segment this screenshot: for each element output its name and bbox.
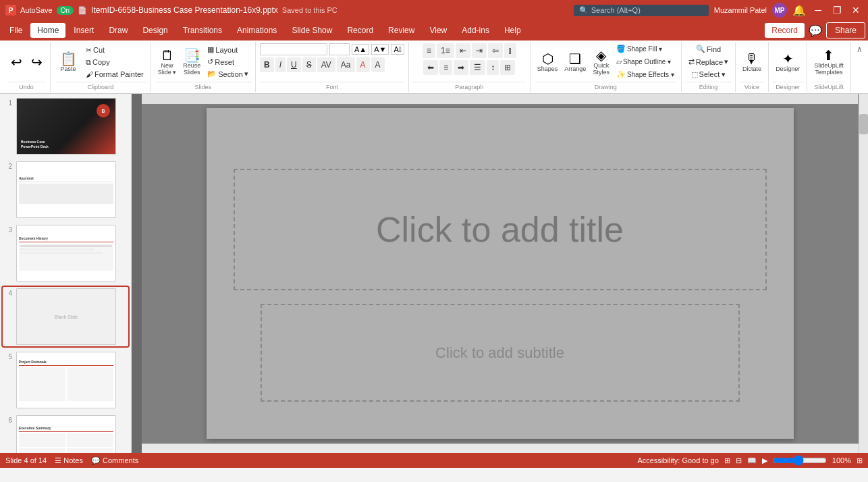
search-bar[interactable]: 🔍 Search (Alt+Q) [574, 5, 709, 16]
font-color-button[interactable]: A [356, 57, 370, 72]
collapse-icon[interactable]: ∧ [857, 45, 863, 54]
font-body: A▲ A▼ A⃝ B I U S AV Aa A A [260, 43, 404, 80]
indent-decrease-button[interactable]: ⇤ [456, 43, 470, 58]
text-case-button[interactable]: Aa [337, 57, 355, 72]
font-size-input[interactable] [329, 43, 350, 55]
slide-item-1[interactable]: 1 Business CasePowerPoint Deck B [3, 97, 128, 156]
menu-transitions[interactable]: Transitions [176, 23, 229, 38]
align-left-button[interactable]: ⬅ [423, 60, 438, 75]
shape-effects-button[interactable]: ✨Shape Effects ▾ [614, 69, 677, 80]
designer-button[interactable]: ✦ Designer [773, 51, 803, 74]
strikethrough-button[interactable]: S [302, 57, 316, 72]
menu-view[interactable]: View [423, 23, 454, 38]
shape-outline-button[interactable]: ▱Shape Outline ▾ [614, 56, 677, 68]
slides-secondary: ▦Layout ↺Reset 📂Section▾ [205, 44, 251, 80]
cut-button[interactable]: ✂Cut [83, 45, 146, 56]
slides-group: 🗒 New Slide ▾ 📑 Reuse Slides ▦Layout ↺Re… [151, 42, 256, 92]
layout-button[interactable]: ▦Layout [205, 44, 251, 55]
subtitle-placeholder[interactable]: Click to add subtitle [261, 304, 740, 402]
copy-button[interactable]: ⧉Copy [83, 57, 146, 68]
shapes-button[interactable]: ⬡ Shapes [535, 51, 561, 74]
font-increase-button[interactable]: A▲ [352, 44, 369, 55]
close-button[interactable]: ✕ [849, 5, 863, 16]
menu-home[interactable]: Home [30, 23, 65, 38]
fit-slide[interactable]: ⊞ [857, 456, 863, 465]
reset-button[interactable]: ↺Reset [205, 56, 251, 68]
arrange-button[interactable]: ❑ Arrange [562, 51, 589, 74]
menu-file[interactable]: File [3, 23, 29, 38]
underline-button[interactable]: U [287, 57, 301, 72]
menu-design[interactable]: Design [136, 23, 174, 38]
shape-fill-button[interactable]: 🪣Shape Fill ▾ [614, 43, 677, 55]
view-reading[interactable]: 📖 [747, 456, 757, 465]
paste-button[interactable]: 📋 Paste [55, 51, 82, 74]
status-bar: Slide 4 of 14 ☰ Notes 💬 Comments Accessi… [0, 453, 868, 468]
reuse-slides-button[interactable]: 📑 Reuse Slides [180, 47, 203, 77]
bullets-button[interactable]: ≡ [423, 43, 435, 58]
section-button[interactable]: 📂Section▾ [205, 68, 251, 80]
slide-num-6: 6 [4, 415, 12, 424]
quick-styles-button[interactable]: ◈ Quick Styles [590, 47, 612, 77]
scrollbar-thumb[interactable] [859, 114, 868, 134]
columns-button[interactable]: ⫿ [504, 43, 516, 58]
select-button[interactable]: ⬚Select ▾ [688, 69, 729, 80]
bold-button[interactable]: B [260, 57, 274, 72]
find-button[interactable]: 🔍Find [693, 43, 724, 55]
main-content: 1 Business CasePowerPoint Deck B 2 Appr [0, 94, 868, 453]
format-painter-button[interactable]: 🖌Format Painter [83, 69, 146, 80]
view-normal[interactable]: ⊞ [724, 456, 730, 465]
menu-addins[interactable]: Add-ins [455, 23, 496, 38]
slide-notes: ☰ Notes [55, 456, 83, 465]
record-button[interactable]: Record [765, 23, 805, 38]
autosave-toggle[interactable]: On [57, 6, 74, 15]
align-right-button[interactable]: ➡ [454, 60, 468, 75]
clear-formatting-button[interactable]: A⃝ [391, 44, 404, 55]
notification-icon[interactable]: 🔔 [792, 4, 806, 17]
font-name-input[interactable] [260, 43, 327, 55]
italic-button[interactable]: I [275, 57, 286, 72]
menu-help[interactable]: Help [497, 23, 528, 38]
bottom-scrollbar[interactable] [142, 444, 859, 453]
thumb-4-empty: Blank Slide [54, 315, 78, 319]
slide-item-5[interactable]: 5 Project Rationale [3, 350, 128, 410]
replace-button[interactable]: ⇄Replace▾ [686, 56, 731, 68]
minimize-button[interactable]: ─ [811, 5, 825, 16]
slideuplift-button[interactable]: ⬆ SlideUpLift Templates [811, 47, 846, 77]
view-slide-sorter[interactable]: ⊟ [736, 456, 742, 465]
font-decrease-button[interactable]: A▼ [371, 44, 389, 55]
right-scrollbar[interactable] [859, 94, 868, 453]
restore-button[interactable]: ❐ [830, 5, 844, 16]
view-presenter[interactable]: ▶ [762, 456, 767, 465]
indent-increase-button[interactable]: ⇥ [472, 43, 487, 58]
redo-button[interactable]: ↪ [27, 54, 46, 70]
rtl-button[interactable]: ⇦ [488, 43, 503, 58]
menu-record[interactable]: Record [340, 23, 380, 38]
slide-item-6[interactable]: 6 Executive Summary [3, 414, 128, 453]
numbering-button[interactable]: 1≡ [437, 43, 454, 58]
menu-slideshow[interactable]: Slide Show [285, 23, 339, 38]
zoom-slider[interactable] [773, 455, 827, 466]
dictate-button[interactable]: 🎙 Dictate [740, 51, 764, 74]
char-spacing-button[interactable]: AV [317, 57, 335, 72]
share-button[interactable]: Share [826, 22, 865, 38]
smart-art-button[interactable]: ⊞ [500, 60, 515, 75]
slide-item-4[interactable]: 4 Blank Slide [3, 287, 128, 346]
menu-review[interactable]: Review [381, 23, 421, 38]
canvas-area[interactable]: Click to add title Click to add subtitle [132, 94, 868, 453]
align-justify-button[interactable]: ☰ [470, 60, 485, 75]
menu-insert[interactable]: Insert [67, 23, 101, 38]
line-spacing-button[interactable]: ↕ [487, 60, 499, 75]
slide-item-2[interactable]: 2 Approval [3, 160, 128, 219]
menu-animations[interactable]: Animations [230, 23, 283, 38]
slide-thumb-inner-5: Project Rationale [17, 352, 115, 408]
menu-draw[interactable]: Draw [102, 23, 134, 38]
slide-item-3[interactable]: 3 Document History [3, 223, 128, 283]
title-placeholder[interactable]: Click to add title [234, 169, 767, 290]
new-slide-button[interactable]: 🗒 New Slide ▾ [155, 47, 180, 77]
undo-button[interactable]: ↩ [7, 54, 26, 70]
comment-icon[interactable]: 💬 [809, 24, 822, 37]
text-shadow-button[interactable]: A [371, 57, 385, 72]
thumb-2-content: Approval [17, 174, 115, 206]
align-center-button[interactable]: ≡ [439, 60, 452, 75]
slide-canvas[interactable]: Click to add title Click to add subtitle [207, 108, 794, 439]
